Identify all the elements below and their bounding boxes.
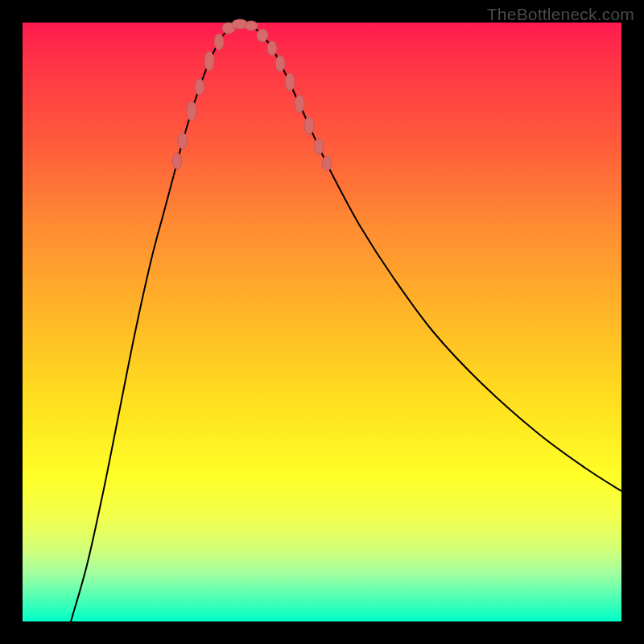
- curve-marker: [285, 73, 295, 91]
- curve-marker: [214, 34, 224, 50]
- watermark-text: TheBottleneck.com: [487, 5, 634, 24]
- chart-frame: [23, 23, 621, 621]
- curve-marker: [304, 117, 314, 134]
- curve-marker: [322, 156, 332, 171]
- curve-marker: [267, 41, 277, 56]
- curve-marker: [187, 101, 196, 121]
- curve-marker: [245, 21, 258, 31]
- bottleneck-curve: [71, 23, 621, 621]
- curve-marker: [172, 153, 182, 169]
- bottleneck-plot: [23, 23, 621, 621]
- curve-marker: [195, 79, 204, 95]
- curve-marker: [314, 138, 324, 155]
- curve-marker: [204, 52, 214, 71]
- curve-marker: [257, 29, 268, 42]
- curve-marker: [275, 56, 285, 72]
- curve-marker: [178, 133, 188, 149]
- curve-marker: [295, 95, 304, 113]
